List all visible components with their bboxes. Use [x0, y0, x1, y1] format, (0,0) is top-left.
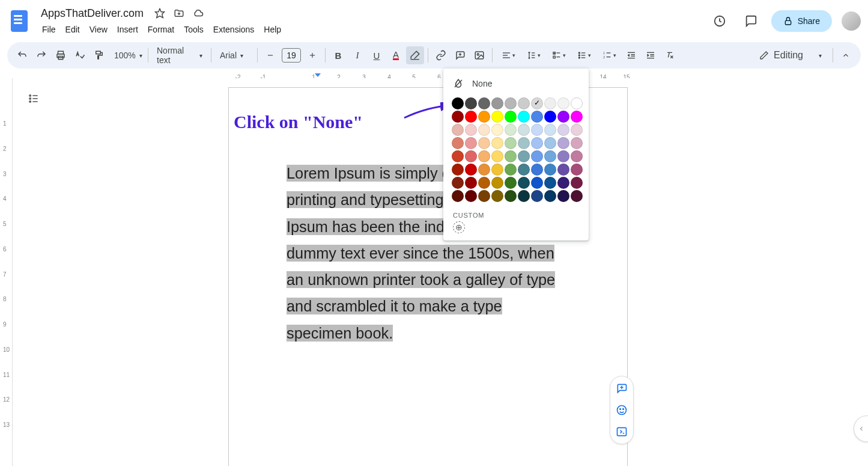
color-swatch[interactable]	[557, 190, 569, 202]
fontsize-input[interactable]	[282, 48, 301, 63]
color-swatch[interactable]	[571, 177, 583, 189]
color-swatch[interactable]	[505, 190, 517, 202]
color-swatch[interactable]	[452, 177, 464, 189]
color-swatch[interactable]	[544, 137, 556, 149]
text-line[interactable]: specimen book.	[287, 325, 393, 342]
color-swatch[interactable]	[452, 137, 464, 149]
comments-icon[interactable]	[740, 10, 762, 32]
bold-button[interactable]: B	[329, 46, 347, 64]
color-swatch[interactable]	[531, 111, 543, 123]
line-spacing-button[interactable]: ▾	[521, 46, 545, 64]
document-outline-button[interactable]	[25, 90, 42, 107]
color-swatch[interactable]	[518, 150, 530, 162]
menu-tools[interactable]: Tools	[179, 22, 208, 37]
color-swatch[interactable]	[452, 164, 464, 176]
color-swatch[interactable]	[465, 137, 477, 149]
paragraph-style-select[interactable]: Normal text▾	[152, 43, 207, 67]
color-swatch[interactable]	[531, 137, 543, 149]
star-icon[interactable]	[153, 7, 166, 20]
color-swatch[interactable]	[491, 190, 503, 202]
color-swatch[interactable]	[465, 150, 477, 162]
color-swatch[interactable]	[571, 124, 583, 136]
text-color-button[interactable]: A	[387, 46, 405, 64]
color-swatch[interactable]	[505, 97, 517, 109]
vertical-ruler[interactable]: 12345678910111213	[2, 78, 13, 466]
color-swatch[interactable]	[531, 190, 543, 202]
color-swatch[interactable]	[531, 97, 543, 109]
color-swatch[interactable]	[452, 190, 464, 202]
menu-help[interactable]: Help	[259, 22, 286, 37]
color-swatch[interactable]	[452, 111, 464, 123]
clear-formatting-button[interactable]	[661, 46, 679, 64]
color-swatch[interactable]	[571, 137, 583, 149]
increase-indent-button[interactable]	[642, 46, 660, 64]
color-swatch[interactable]	[465, 164, 477, 176]
text-line[interactable]: dummy text ever since the 1500s, when	[287, 245, 554, 262]
color-swatch[interactable]	[557, 111, 569, 123]
color-swatch[interactable]	[571, 164, 583, 176]
color-swatch[interactable]	[478, 164, 490, 176]
color-swatch[interactable]	[478, 150, 490, 162]
color-swatch[interactable]	[465, 190, 477, 202]
color-swatch[interactable]	[518, 190, 530, 202]
color-swatch[interactable]	[505, 164, 517, 176]
color-swatch[interactable]	[465, 177, 477, 189]
color-swatch[interactable]	[531, 124, 543, 136]
color-swatch[interactable]	[571, 150, 583, 162]
color-swatch[interactable]	[478, 97, 490, 109]
editing-mode-select[interactable]: Editing ▾	[752, 48, 829, 63]
zoom-select[interactable]: 100%▾	[109, 48, 144, 63]
insert-comment-button[interactable]	[451, 46, 469, 64]
color-swatch[interactable]	[478, 137, 490, 149]
font-select[interactable]: Arial▾	[215, 48, 253, 63]
redo-button[interactable]	[32, 46, 50, 64]
color-swatch[interactable]	[505, 150, 517, 162]
color-swatch[interactable]	[491, 137, 503, 149]
menu-edit[interactable]: Edit	[61, 22, 85, 37]
color-swatch[interactable]	[491, 164, 503, 176]
highlight-none-option[interactable]: None	[443, 73, 589, 94]
color-swatch[interactable]	[531, 164, 543, 176]
color-swatch[interactable]	[505, 177, 517, 189]
text-line[interactable]: Ipsum has been the ind	[287, 218, 445, 235]
color-swatch[interactable]	[505, 124, 517, 136]
color-swatch[interactable]	[478, 190, 490, 202]
color-swatch[interactable]	[571, 97, 583, 109]
italic-button[interactable]: I	[348, 46, 366, 64]
color-swatch[interactable]	[478, 177, 490, 189]
color-swatch[interactable]	[465, 124, 477, 136]
color-swatch[interactable]	[544, 150, 556, 162]
color-swatch[interactable]	[557, 150, 569, 162]
print-button[interactable]	[52, 46, 70, 64]
highlight-color-button[interactable]	[406, 46, 424, 64]
color-swatch[interactable]	[531, 177, 543, 189]
color-swatch[interactable]	[518, 111, 530, 123]
cloud-status-icon[interactable]	[192, 7, 205, 20]
color-swatch[interactable]	[518, 177, 530, 189]
insert-image-button[interactable]	[470, 46, 488, 64]
color-swatch[interactable]	[544, 177, 556, 189]
numbered-list-button[interactable]: 12▾	[597, 46, 621, 64]
checklist-button[interactable]: ▾	[547, 46, 571, 64]
text-line[interactable]: printing and typesetting	[287, 191, 444, 208]
decrease-fontsize-button[interactable]	[261, 46, 279, 64]
color-swatch[interactable]	[465, 97, 477, 109]
color-swatch[interactable]	[491, 150, 503, 162]
color-swatch[interactable]	[465, 111, 477, 123]
color-swatch[interactable]	[518, 137, 530, 149]
text-line[interactable]: and scrambled it to make a type	[287, 298, 502, 314]
color-swatch[interactable]	[491, 111, 503, 123]
docs-logo[interactable]	[7, 9, 31, 33]
increase-fontsize-button[interactable]	[303, 46, 321, 64]
color-swatch[interactable]	[571, 111, 583, 123]
add-comment-icon[interactable]	[613, 380, 630, 397]
color-swatch[interactable]	[557, 177, 569, 189]
decrease-indent-button[interactable]	[622, 46, 640, 64]
underline-button[interactable]: U	[368, 46, 386, 64]
menu-format[interactable]: Format	[143, 22, 179, 37]
color-swatch[interactable]	[531, 150, 543, 162]
color-swatch[interactable]	[557, 137, 569, 149]
insert-link-button[interactable]	[432, 46, 450, 64]
color-swatch[interactable]	[452, 150, 464, 162]
share-button[interactable]: Share	[771, 10, 832, 32]
